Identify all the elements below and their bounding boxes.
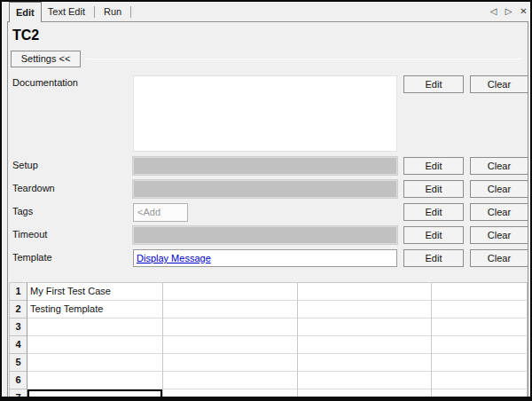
template-field: Display Message <box>133 249 397 267</box>
grid-cell[interactable] <box>298 372 432 389</box>
grid-cell[interactable] <box>27 354 163 372</box>
template-clear-button[interactable]: Clear <box>470 249 528 267</box>
grid-row-7: 7 <box>10 389 528 397</box>
tab-bar: Edit Text Edit Run <box>9 2 134 22</box>
teardown-edit-button[interactable]: Edit <box>403 180 464 198</box>
tab-separator <box>94 6 95 18</box>
tags-edit-button[interactable]: Edit <box>403 203 464 221</box>
keyword-grid: 1 My First Test Case 2 Testing Template … <box>9 282 528 397</box>
timeout-edit-button[interactable]: Edit <box>403 226 464 244</box>
ride-editor-window: Edit Text Edit Run ◁ ▷ ✕ TC2 Settings <<… <box>0 0 532 401</box>
grid-row-4: 4 <box>10 336 528 354</box>
grid-cell[interactable] <box>432 354 528 372</box>
grid-cell[interactable] <box>163 283 298 301</box>
row-header-7[interactable]: 7 <box>10 389 27 397</box>
grid-cell[interactable]: My First Test Case <box>27 283 163 301</box>
grid-cell[interactable] <box>298 336 432 354</box>
grid-cell[interactable] <box>432 283 528 301</box>
tab-text-edit[interactable]: Text Edit <box>42 2 91 22</box>
grid-cell[interactable] <box>432 372 528 389</box>
row-header-3[interactable]: 3 <box>10 318 27 336</box>
grid-cell[interactable] <box>163 372 298 389</box>
template-edit-button[interactable]: Edit <box>403 249 464 267</box>
grid-row-2: 2 Testing Template <box>10 301 528 318</box>
grid-cell[interactable]: Testing Template <box>27 301 163 318</box>
setup-clear-button[interactable]: Clear <box>470 157 528 175</box>
documentation-label: Documentation <box>12 77 78 88</box>
grid-row-3: 3 <box>10 318 528 336</box>
documentation-textarea[interactable] <box>133 75 397 152</box>
grid-cell[interactable] <box>298 318 432 336</box>
setup-field-disabled <box>133 157 397 175</box>
tags-clear-button[interactable]: Clear <box>470 203 528 221</box>
template-keyword-link[interactable]: Display Message <box>137 253 211 263</box>
settings-divider <box>86 59 522 59</box>
grid-cell[interactable] <box>432 301 528 318</box>
timeout-clear-button[interactable]: Clear <box>470 226 528 244</box>
grid-cell[interactable] <box>298 354 432 372</box>
tab-run[interactable]: Run <box>98 2 128 22</box>
row-header-2[interactable]: 2 <box>10 301 27 318</box>
teardown-field-disabled <box>133 180 397 198</box>
documentation-clear-button[interactable]: Clear <box>470 75 528 93</box>
grid-cell[interactable] <box>432 389 528 397</box>
grid-cell[interactable] <box>163 354 298 372</box>
teardown-clear-button[interactable]: Clear <box>470 180 528 198</box>
teardown-label: Teardown <box>12 183 55 193</box>
setup-edit-button[interactable]: Edit <box>403 157 464 175</box>
settings-toggle-button[interactable]: Settings << <box>11 51 81 67</box>
tags-label: Tags <box>12 206 33 216</box>
grid-cell[interactable] <box>163 301 298 318</box>
grid-row-5: 5 <box>10 354 528 372</box>
grid-cell[interactable] <box>163 336 298 354</box>
row-header-6[interactable]: 6 <box>10 372 27 389</box>
timeout-label: Timeout <box>12 229 47 240</box>
template-label: Template <box>12 252 52 263</box>
tags-add-new-field[interactable]: <Add New> <box>133 203 188 222</box>
grid-cell[interactable] <box>298 301 432 318</box>
timeout-field-disabled <box>133 226 397 244</box>
grid-cell[interactable] <box>27 318 163 336</box>
grid-row-1: 1 My First Test Case <box>10 283 528 301</box>
grid-row-6: 6 <box>10 372 528 389</box>
row-header-5[interactable]: 5 <box>10 354 27 372</box>
grid-cell[interactable] <box>432 336 528 354</box>
grid-cell[interactable] <box>432 318 528 336</box>
page-title: TC2 <box>12 28 39 43</box>
tab-scroll-left-icon[interactable]: ◁ <box>487 4 500 18</box>
row-header-1[interactable]: 1 <box>10 283 27 301</box>
tab-edit[interactable]: Edit <box>9 2 42 22</box>
documentation-edit-button[interactable]: Edit <box>403 75 464 93</box>
grid-cell[interactable] <box>163 318 298 336</box>
tab-separator <box>130 6 131 18</box>
grid-cell[interactable] <box>27 336 163 354</box>
row-header-4[interactable]: 4 <box>10 336 27 354</box>
tab-close-icon[interactable]: ✕ <box>517 4 530 18</box>
grid-cell[interactable] <box>163 389 298 397</box>
setup-label: Setup <box>12 160 38 170</box>
grid-cell[interactable] <box>27 372 163 389</box>
tab-scroll-right-icon[interactable]: ▷ <box>502 4 515 18</box>
grid-cell[interactable] <box>298 283 432 301</box>
grid-cell-selected[interactable] <box>27 389 163 397</box>
grid-cell[interactable] <box>298 389 432 397</box>
